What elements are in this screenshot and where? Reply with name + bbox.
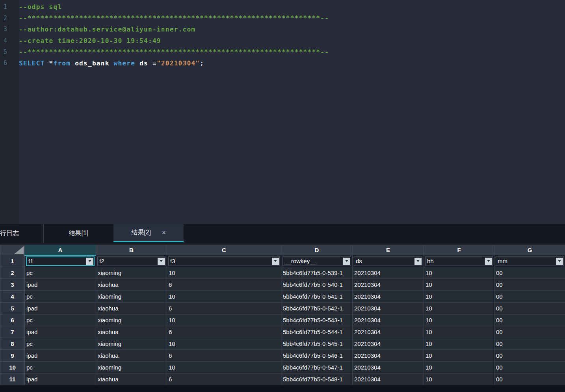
- table-cell[interactable]: 20210304: [353, 373, 424, 385]
- table-cell[interactable]: 00: [494, 373, 565, 385]
- horizontal-scrollbar[interactable]: [0, 385, 565, 392]
- table-cell[interactable]: 10: [424, 338, 494, 350]
- table-cell[interactable]: pc: [25, 291, 96, 303]
- table-cell[interactable]: 00: [494, 338, 565, 350]
- table-cell[interactable]: ipad: [25, 350, 96, 362]
- filter-dropdown-f1[interactable]: f1: [26, 256, 95, 266]
- table-cell[interactable]: 10: [424, 314, 494, 326]
- table-cell[interactable]: 20210304: [353, 303, 424, 314]
- filter-dropdown-__rowkey__[interactable]: __rowkey__: [282, 256, 351, 266]
- table-cell[interactable]: xiaoming: [96, 338, 167, 350]
- table-cell[interactable]: 20210304: [353, 279, 424, 291]
- code-line[interactable]: 6SELECT *from ods_bank where ds ="202103…: [0, 58, 565, 69]
- table-cell[interactable]: 20210304: [353, 338, 424, 350]
- table-cell[interactable]: 10: [167, 362, 281, 373]
- table-cell[interactable]: ipad: [25, 326, 96, 338]
- code-line[interactable]: 5--*************************************…: [0, 46, 565, 58]
- table-cell[interactable]: 6: [167, 373, 281, 385]
- table-cell[interactable]: 10: [167, 338, 281, 350]
- table-cell[interactable]: 00: [494, 326, 565, 338]
- table-cell[interactable]: xiaoming: [96, 314, 167, 326]
- row-header[interactable]: 3: [0, 279, 25, 291]
- dropdown-button[interactable]: [343, 258, 350, 265]
- table-cell[interactable]: ipad: [25, 373, 96, 385]
- column-header-F[interactable]: F: [424, 245, 494, 255]
- filter-dropdown-f2[interactable]: f2: [97, 256, 165, 266]
- table-cell[interactable]: xiaohua: [96, 373, 167, 385]
- row-header[interactable]: 5: [0, 303, 25, 314]
- tab-result-1[interactable]: 结果[1]: [43, 224, 113, 242]
- table-cell[interactable]: 10: [167, 267, 281, 279]
- table-cell[interactable]: pc: [25, 314, 96, 326]
- table-cell[interactable]: pc: [25, 338, 96, 350]
- table-cell[interactable]: 20210304: [353, 267, 424, 279]
- table-cell[interactable]: 6: [167, 303, 281, 314]
- table-cell[interactable]: 20210304: [353, 362, 424, 373]
- table-cell[interactable]: xiaohua: [96, 279, 167, 291]
- code-line[interactable]: 4--create time:2020-10-30 19:54:49: [0, 35, 565, 46]
- table-cell[interactable]: 10: [424, 279, 494, 291]
- table-cell[interactable]: 5bb4c6fd77b5-0-543-1: [281, 314, 353, 326]
- table-cell[interactable]: 5bb4c6fd77b5-0-546-1: [281, 350, 353, 362]
- table-cell[interactable]: 00: [494, 267, 565, 279]
- table-cell[interactable]: xiaoming: [96, 362, 167, 373]
- select-all-corner[interactable]: [0, 245, 25, 255]
- table-cell[interactable]: 10: [167, 291, 281, 303]
- dropdown-button[interactable]: [485, 258, 492, 265]
- table-cell[interactable]: ipad: [25, 303, 96, 314]
- tab-run-log[interactable]: 行日志: [0, 224, 43, 242]
- table-cell[interactable]: 00: [494, 314, 565, 326]
- table-cell[interactable]: 6: [167, 350, 281, 362]
- table-cell[interactable]: 5bb4c6fd77b5-0-544-1: [281, 326, 353, 338]
- table-cell[interactable]: 20210304: [353, 326, 424, 338]
- row-header[interactable]: 7: [0, 326, 25, 338]
- table-cell[interactable]: 5bb4c6fd77b5-0-548-1: [281, 373, 353, 385]
- table-cell[interactable]: 10: [424, 350, 494, 362]
- column-header-A[interactable]: A: [25, 245, 96, 255]
- table-cell[interactable]: 10: [424, 326, 494, 338]
- table-cell[interactable]: 5bb4c6fd77b5-0-540-1: [281, 279, 353, 291]
- column-header-B[interactable]: B: [96, 245, 167, 255]
- table-cell[interactable]: 00: [494, 350, 565, 362]
- table-cell[interactable]: 10: [424, 291, 494, 303]
- row-header[interactable]: 2: [0, 267, 25, 279]
- table-cell[interactable]: 5bb4c6fd77b5-0-539-1: [281, 267, 353, 279]
- table-cell[interactable]: pc: [25, 267, 96, 279]
- table-cell[interactable]: 5bb4c6fd77b5-0-541-1: [281, 291, 353, 303]
- table-cell[interactable]: 5bb4c6fd77b5-0-545-1: [281, 338, 353, 350]
- code-line[interactable]: 3--author:datahub.service@aliyun-inner.c…: [0, 24, 565, 35]
- row-header[interactable]: 1: [0, 255, 25, 267]
- column-header-G[interactable]: G: [494, 245, 565, 255]
- code-line[interactable]: 2--*************************************…: [0, 13, 565, 24]
- dropdown-button[interactable]: [414, 258, 422, 265]
- table-cell[interactable]: 10: [424, 362, 494, 373]
- tab-result-2[interactable]: 结果[2]×: [113, 224, 184, 242]
- table-cell[interactable]: 10: [424, 373, 494, 385]
- table-cell[interactable]: pc: [25, 362, 96, 373]
- table-cell[interactable]: 10: [167, 314, 281, 326]
- column-header-D[interactable]: D: [281, 245, 353, 255]
- table-cell[interactable]: 5bb4c6fd77b5-0-542-1: [281, 303, 353, 314]
- dropdown-button[interactable]: [272, 258, 279, 265]
- table-cell[interactable]: 5bb4c6fd77b5-0-547-1: [281, 362, 353, 373]
- table-cell[interactable]: 20210304: [353, 314, 424, 326]
- filter-dropdown-mm[interactable]: mm: [496, 256, 564, 266]
- table-cell[interactable]: xiaoming: [96, 267, 167, 279]
- table-cell[interactable]: xiaoming: [96, 291, 167, 303]
- table-cell[interactable]: 6: [167, 326, 281, 338]
- table-cell[interactable]: 00: [494, 303, 565, 314]
- column-header-C[interactable]: C: [167, 245, 281, 255]
- row-header[interactable]: 4: [0, 291, 25, 303]
- row-header[interactable]: 8: [0, 338, 25, 350]
- row-header[interactable]: 6: [0, 314, 25, 326]
- close-icon[interactable]: ×: [162, 229, 166, 236]
- column-header-E[interactable]: E: [353, 245, 424, 255]
- table-cell[interactable]: xiaohua: [96, 350, 167, 362]
- table-cell[interactable]: 10: [424, 303, 494, 314]
- table-cell[interactable]: ipad: [25, 279, 96, 291]
- filter-dropdown-ds[interactable]: ds: [354, 256, 422, 266]
- table-cell[interactable]: 00: [494, 362, 565, 373]
- table-cell[interactable]: xiaohua: [96, 303, 167, 314]
- table-cell[interactable]: 00: [494, 291, 565, 303]
- dropdown-button[interactable]: [86, 258, 93, 265]
